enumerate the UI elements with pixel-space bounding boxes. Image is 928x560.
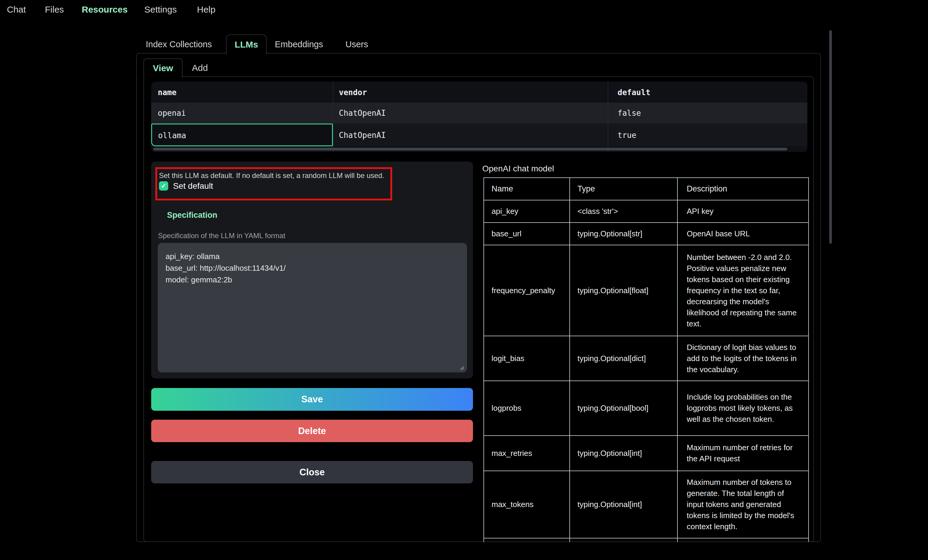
param-description: Include log probabilities on the logprob…	[678, 381, 809, 435]
param-name: max_tokens	[484, 471, 570, 538]
param-type: typing.Optional[bool]	[570, 381, 678, 435]
tab-index-collections[interactable]: Index Collections	[146, 39, 212, 49]
checkmark-icon: ✓	[161, 182, 166, 190]
yaml-spec-textarea[interactable]: api_key: ollama base_url: http://localho…	[158, 243, 467, 373]
llm-col-vendor: vendor	[339, 88, 367, 97]
llm-list-table: name vendor default openai ChatOpenAI fa…	[151, 82, 807, 152]
param-name: base_url	[484, 222, 570, 245]
llm-row-ollama-selected-cell[interactable]: ollama	[151, 123, 333, 146]
nav-item-help[interactable]: Help	[197, 4, 215, 15]
param-description: Maximum number of retries for the API re…	[678, 435, 809, 471]
table-row: frequency_penalty typing.Optional[float]…	[484, 245, 809, 336]
llm-col-default: default	[618, 88, 650, 97]
tab-embeddings[interactable]: Embeddings	[275, 39, 323, 49]
nav-item-resources[interactable]: Resources	[82, 4, 128, 15]
yaml-line: model: gemma2:2b	[166, 274, 459, 286]
table-row: max_tokens typing.Optional[int] Maximum …	[484, 471, 809, 538]
llm-row-ollama-name: ollama	[158, 131, 186, 140]
nav-item-files[interactable]: Files	[45, 4, 64, 15]
llm-row-openai[interactable]: openai ChatOpenAI false	[151, 103, 807, 123]
param-type: typing.Optional[dict]	[570, 336, 678, 381]
model-table-header: Name Type Description	[484, 178, 809, 200]
set-default-hint: Set this LLM as default. If no default i…	[159, 171, 384, 180]
param-description: Maximum number of tokens to generate. Th…	[678, 471, 809, 538]
model-col-description: Description	[678, 178, 809, 200]
param-description: Dictionary of logit bias values to add t…	[678, 336, 809, 381]
horizontal-scrollbar[interactable]	[153, 148, 787, 151]
resize-grip-icon[interactable]	[459, 365, 464, 370]
param-name: logit_bias	[484, 336, 570, 381]
delete-button[interactable]: Delete	[151, 420, 473, 442]
param-type: typing.Optional[int]	[570, 435, 678, 471]
llm-row-openai-vendor: ChatOpenAI	[339, 109, 386, 117]
divider	[608, 82, 608, 152]
param-name: api_key	[484, 200, 570, 222]
subtab-view-label: View	[153, 63, 173, 73]
model-col-type: Type	[570, 178, 678, 200]
tab-users[interactable]: Users	[345, 39, 368, 49]
nav-item-chat[interactable]: Chat	[7, 4, 26, 15]
table-row-clipped	[484, 538, 809, 542]
llm-col-name: name	[158, 88, 177, 97]
llm-table-header-row: name vendor default	[151, 82, 807, 103]
subtab-view-active[interactable]: View	[143, 58, 183, 78]
llm-row-openai-default: false	[618, 109, 641, 117]
param-name: frequency_penalty	[484, 245, 570, 336]
set-default-checkbox[interactable]: ✓	[159, 181, 168, 190]
param-description: Number between -2.0 and 2.0. Positive va…	[678, 245, 809, 336]
table-row: max_retries typing.Optional[int] Maximum…	[484, 435, 809, 471]
llm-row-ollama-vendor: ChatOpenAI	[339, 131, 386, 140]
vertical-scrollbar[interactable]	[829, 30, 832, 244]
specification-sublabel: Specification of the LLM in YAML format	[158, 231, 285, 240]
model-info-table: Name Type Description api_key <class 'st…	[484, 177, 810, 542]
divider	[333, 82, 333, 152]
param-description: OpenAI base URL	[678, 222, 809, 245]
nav-item-settings[interactable]: Settings	[144, 4, 177, 15]
yaml-line: base_url: http://localhost:11434/v1/	[166, 262, 459, 274]
param-type: typing.Optional[float]	[570, 245, 678, 336]
param-description: API key	[678, 200, 809, 222]
table-row: logprobs typing.Optional[bool] Include l…	[484, 381, 809, 435]
subtab-add[interactable]: Add	[192, 63, 208, 73]
llm-row-openai-name: openai	[158, 109, 186, 117]
table-row: logit_bias typing.Optional[dict] Diction…	[484, 336, 809, 381]
table-row: api_key <class 'str'> API key	[484, 200, 809, 222]
llm-row-ollama-default: true	[618, 131, 636, 140]
set-default-label: Set default	[173, 181, 213, 191]
tab-llms-label: LLMs	[235, 40, 258, 50]
param-type: typing.Optional[int]	[570, 471, 678, 538]
model-col-name: Name	[484, 178, 570, 200]
tab-llms-active[interactable]: LLMs	[226, 34, 267, 54]
model-info-title: OpenAI chat model	[482, 164, 554, 173]
close-button[interactable]: Close	[151, 461, 473, 484]
param-name: logprobs	[484, 381, 570, 435]
save-button[interactable]: Save	[151, 388, 473, 411]
yaml-line: api_key: ollama	[166, 251, 459, 262]
param-name: max_retries	[484, 435, 570, 471]
specification-heading: Specification	[167, 211, 217, 220]
param-type: typing.Optional[str]	[570, 222, 678, 245]
param-type: <class 'str'>	[570, 200, 678, 222]
table-row: base_url typing.Optional[str] OpenAI bas…	[484, 222, 809, 245]
